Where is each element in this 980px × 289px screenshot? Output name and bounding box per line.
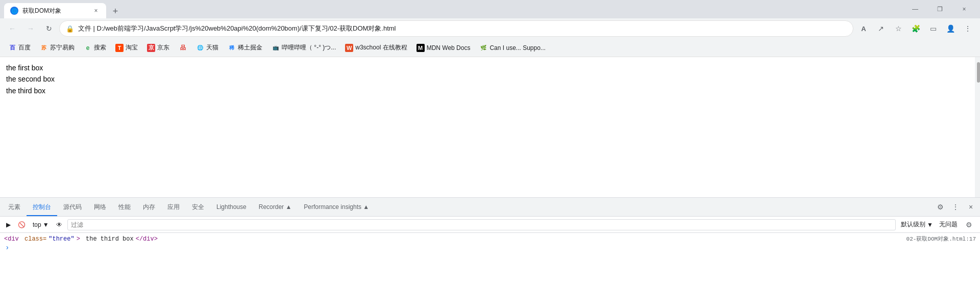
- title-bar: 🌐 获取DOM对象 × + — ❐ ×: [0, 0, 980, 18]
- minimize-button[interactable]: —: [903, 0, 927, 18]
- bookmark-label-taobao: 淘宝: [126, 43, 138, 52]
- html-tag-close-bracket: >: [77, 235, 80, 243]
- bookmark-label-xitu: 稀土掘金: [238, 43, 262, 52]
- devtools-tab-network[interactable]: 网络: [88, 199, 112, 216]
- devtools-tab-security[interactable]: 安全: [186, 199, 210, 216]
- sidebar-button[interactable]: ▭: [925, 20, 941, 37]
- share-button[interactable]: ↗: [873, 20, 889, 37]
- bookmark-w3school[interactable]: W w3school 在线教程: [341, 41, 411, 54]
- filter-input[interactable]: [67, 219, 896, 230]
- translate-button[interactable]: A: [855, 20, 872, 37]
- bookmark-favicon-mdn: M: [416, 44, 425, 52]
- maximize-button[interactable]: ❐: [928, 0, 951, 18]
- tab-favicon: 🌐: [10, 7, 18, 15]
- bookmark-xitu[interactable]: 稀 稀土掘金: [224, 41, 266, 54]
- console-output: <div class= "three" > the third box </di…: [0, 233, 980, 289]
- active-tab[interactable]: 🌐 获取DOM对象 ×: [4, 3, 106, 18]
- share-icon: ↗: [878, 24, 884, 33]
- no-issues-button[interactable]: 无问题: [937, 219, 960, 230]
- bookmark-favicon-xitu: 稀: [228, 44, 236, 52]
- window-controls: — ❐ ×: [903, 0, 976, 18]
- default-level-arrow-icon: ▼: [927, 221, 933, 228]
- refresh-icon: ↻: [46, 24, 52, 33]
- bookmark-tmall[interactable]: 🌐 天猫: [192, 41, 223, 54]
- bookmark-pinduoduo[interactable]: 品: [175, 42, 191, 54]
- console-toolbar: ▶ 🚫 top ▼ 👁 默认级别 ▼ 无问题: [0, 217, 980, 233]
- bookmark-baidu[interactable]: 百 百度: [4, 41, 35, 54]
- bookmark-button[interactable]: ☆: [890, 20, 906, 37]
- profile-icon: 👤: [946, 24, 955, 33]
- devtools-tab-bar: 元素 控制台 源代码 网络 性能 内存 应用 安全: [0, 198, 980, 217]
- address-text: 文件 | D:/web前端学习/JavaScrpt学习/js%20web%20a…: [78, 24, 847, 33]
- bookmark-caniuse[interactable]: 🌿 Can I use... Suppo...: [475, 42, 549, 54]
- devtools-tab-sources[interactable]: 源代码: [57, 199, 88, 216]
- bookmark-favicon-w3school: W: [345, 44, 353, 52]
- run-icon: ▶: [6, 221, 11, 228]
- eye-button[interactable]: 👁: [54, 220, 64, 229]
- forward-icon: →: [27, 24, 34, 33]
- devtools-more-button[interactable]: ⋮: [948, 200, 963, 214]
- scrollbar-thumb[interactable]: [977, 62, 980, 83]
- menu-icon: ⋮: [964, 24, 971, 33]
- console-settings-icon: ⚙: [966, 221, 972, 229]
- settings-icon: ⚙: [937, 203, 944, 211]
- menu-button[interactable]: ⋮: [960, 20, 976, 37]
- toolbar: ← → ↻ 🔒 文件 | D:/web前端学习/JavaScrpt学习/js%2…: [0, 18, 980, 39]
- devtools-tab-elements[interactable]: 元素: [2, 199, 27, 216]
- address-bar[interactable]: 🔒 文件 | D:/web前端学习/JavaScrpt学习/js%20web%2…: [59, 20, 853, 37]
- html-attr-value: "three": [48, 235, 74, 243]
- bookmark-taobao[interactable]: T 淘宝: [111, 41, 142, 54]
- forward-button[interactable]: →: [22, 20, 39, 37]
- browser-window: 🌐 获取DOM对象 × + — ❐ × ← → ↻ 🔒 文件 | D:/web前…: [0, 0, 980, 289]
- devtools-tab-application[interactable]: 应用: [161, 199, 186, 216]
- bookmark-favicon-taobao: T: [115, 44, 124, 52]
- bookmark-favicon-360: e: [84, 44, 92, 52]
- bookmark-360[interactable]: e 搜索: [80, 41, 110, 54]
- bookmark-label-caniuse: Can I use... Suppo...: [489, 44, 545, 51]
- no-issues-text: 无问题: [939, 220, 958, 229]
- refresh-button[interactable]: ↻: [41, 20, 57, 37]
- extensions-button[interactable]: 🧩: [908, 20, 924, 37]
- page-scrollbar[interactable]: [975, 57, 980, 197]
- devtools-tab-lighthouse[interactable]: Lighthouse: [210, 199, 253, 216]
- html-attr-name: class=: [21, 235, 46, 243]
- new-tab-button[interactable]: +: [108, 4, 122, 18]
- run-script-button[interactable]: ▶: [4, 220, 13, 229]
- bookmark-bilibili[interactable]: 📺 哔哩哔哩（ °-° )つ...: [267, 41, 340, 54]
- bookmark-suning[interactable]: 苏 苏宁易购: [36, 41, 79, 54]
- block-button[interactable]: 🚫: [16, 220, 28, 229]
- sidebar-icon: ▭: [930, 24, 937, 33]
- devtools-tab-recorder[interactable]: Recorder ▲: [253, 199, 298, 216]
- devtools-tab-performance[interactable]: 性能: [112, 199, 137, 216]
- back-button[interactable]: ←: [4, 20, 20, 37]
- bookmark-mdn[interactable]: M MDN Web Docs: [412, 42, 475, 54]
- default-level-text: 默认级别: [901, 220, 925, 229]
- eye-icon: 👁: [56, 221, 62, 228]
- bookmark-favicon-tmall: 🌐: [196, 44, 204, 52]
- bookmark-label-tmall: 天猫: [206, 43, 218, 52]
- default-level-selector[interactable]: 默认级别 ▼: [899, 219, 935, 230]
- tab-area: 🌐 获取DOM对象 × +: [4, 0, 901, 18]
- close-button[interactable]: ×: [952, 0, 976, 18]
- console-prompt[interactable]: ›: [4, 244, 976, 252]
- devtools-tab-console[interactable]: 控制台: [27, 199, 57, 216]
- devtools-panel: 元素 控制台 源代码 网络 性能 内存 应用 安全: [0, 197, 980, 289]
- tab-close-button[interactable]: ×: [92, 7, 100, 15]
- console-settings-button[interactable]: ⚙: [962, 218, 976, 232]
- toolbar-icons: A ↗ ☆ 🧩 ▭ 👤 ⋮: [855, 20, 976, 37]
- profile-button[interactable]: 👤: [942, 20, 959, 37]
- level-arrow-icon: ▼: [43, 221, 49, 228]
- devtools-tab-performance-insights[interactable]: Performance insights ▲: [298, 199, 375, 216]
- bookmark-label-bilibili: 哔哩哔哩（ °-° )つ...: [282, 43, 336, 52]
- tab-title: 获取DOM对象: [22, 7, 88, 15]
- page-wrapper: the first box the second box the third b…: [0, 57, 980, 197]
- translate-icon: A: [861, 25, 866, 33]
- devtools-close-button[interactable]: ×: [964, 200, 978, 214]
- level-selector[interactable]: top ▼: [31, 220, 51, 229]
- bookmark-label-360: 搜索: [94, 43, 106, 52]
- bookmark-favicon-pinduoduo: 品: [179, 44, 187, 52]
- bookmark-jd[interactable]: 京 京东: [143, 41, 174, 54]
- devtools-tab-memory[interactable]: 内存: [137, 199, 161, 216]
- html-tag-open: <div: [4, 235, 19, 243]
- devtools-settings-button[interactable]: ⚙: [933, 200, 947, 214]
